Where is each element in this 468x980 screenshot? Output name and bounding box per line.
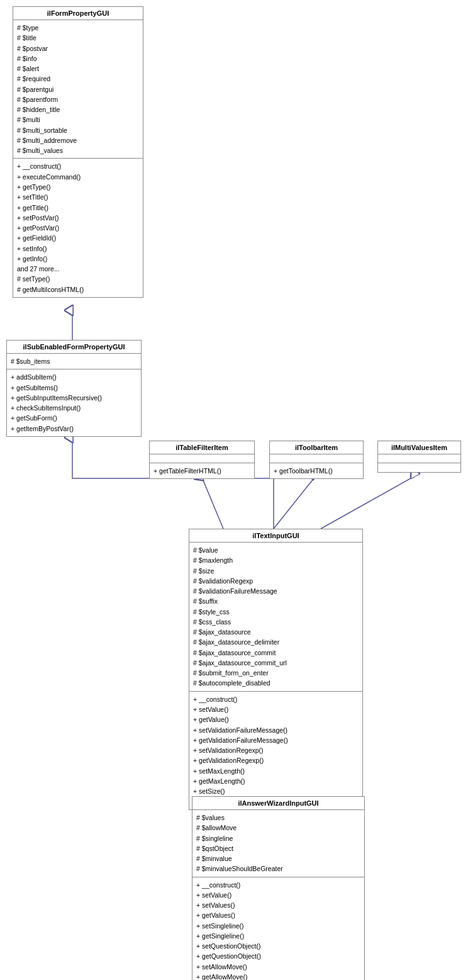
class-ilAnswerWizardInputGUI: ilAnswerWizardInputGUI # $values # $allo… [192, 796, 365, 980]
class-ilTextInputGUI: ilTextInputGUI # $value # $maxlength # $… [189, 529, 363, 810]
class-methods-ilSubEnabled: + addSubItem() + getSubItems() + getSubI… [7, 369, 141, 436]
class-ilFormPropertyGUI: ilFormPropertyGUI # $type # $title # $po… [13, 6, 143, 298]
class-title-ilTableFilterItem: ilTableFilterItem [150, 441, 254, 454]
class-methods-ilFormPropertyGUI: + __construct() + executeCommand() + get… [13, 159, 143, 296]
class-title-ilToolbarItem: ilToolbarItem [270, 441, 363, 454]
class-title-ilSubEnabled: ilSubEnabledFormPropertyGUI [7, 341, 141, 354]
class-attrs-ilSubEnabled: # $sub_items [7, 354, 141, 369]
class-methods-ilToolbarItem: + getToolbarHTML() [270, 463, 363, 478]
class-attrs-ilFormPropertyGUI: # $type # $title # $postvar # $info # $a… [13, 20, 143, 159]
class-title-ilAnswerWizardInputGUI: ilAnswerWizardInputGUI [192, 797, 364, 810]
class-title-ilTextInputGUI: ilTextInputGUI [189, 529, 362, 543]
class-title-ilFormPropertyGUI: ilFormPropertyGUI [13, 7, 143, 20]
class-attrs-ilAnswerWizardInputGUI: # $values # $allowMove # $singleline # $… [192, 810, 364, 877]
class-ilTableFilterItem: ilTableFilterItem + getTableFilterHTML() [149, 441, 255, 479]
class-title-ilMultiValuesItem: ilMultiValuesItem [378, 441, 460, 454]
class-ilMultiValuesItem: ilMultiValuesItem [377, 441, 461, 473]
class-ilToolbarItem: ilToolbarItem + getToolbarHTML() [269, 441, 364, 479]
class-methods-ilTextInputGUI: + __construct() + setValue() + getValue(… [189, 692, 362, 809]
diagram-container: ilFormPropertyGUI # $type # $title # $po… [0, 0, 468, 980]
arrow-iltextinput-to-iltablefilter [201, 476, 223, 529]
class-methods-ilAnswerWizardInputGUI: + __construct() + setValue() + setValues… [192, 877, 364, 980]
class-ilSubEnabledFormPropertyGUI: ilSubEnabledFormPropertyGUI # $sub_items… [6, 340, 142, 437]
class-attrs-ilToolbarItem [270, 454, 363, 463]
class-methods-ilMultiValuesItem [378, 463, 460, 472]
class-methods-ilTableFilterItem: + getTableFilterHTML() [150, 463, 254, 478]
class-attrs-ilTextInputGUI: # $value # $maxlength # $size # $validat… [189, 543, 362, 692]
arrow-iltextinput-to-iltoolbar [274, 476, 316, 529]
arrow-iltextinput-to-ilmulti [321, 476, 415, 529]
class-attrs-ilMultiValuesItem [378, 454, 460, 463]
class-attrs-ilTableFilterItem [150, 454, 254, 463]
